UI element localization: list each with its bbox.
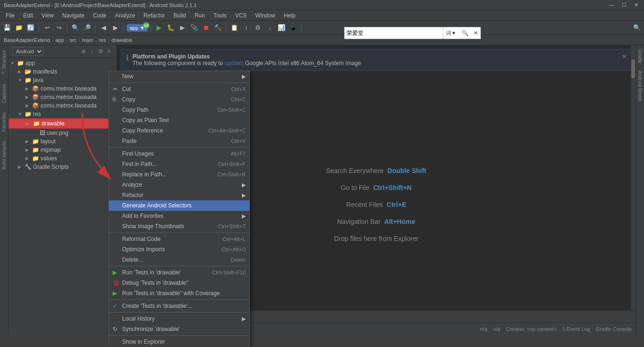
breadcrumb-main[interactable]: main [82,37,93,43]
ctx-find-usages[interactable]: Find Usages Alt+F7 [109,149,249,159]
ctx-find-in-path[interactable]: Find in Path... Ctrl+Shift+F [109,159,249,169]
toolbar-coverage[interactable]: ▶ [177,23,188,33]
android-view-select[interactable]: Android Project [12,47,43,56]
android-model-strip-label[interactable]: Android Model [637,67,643,105]
toolbar-sync[interactable]: 🔄 [25,23,36,33]
menu-build[interactable]: Build [170,11,190,20]
sidebar-settings-btn[interactable]: ⚙ [97,48,104,55]
tree-item-pkg3[interactable]: ▶ 📦 comu.metrox.baseada [8,101,116,110]
toolbar-open[interactable]: 📁 [14,23,24,33]
close-button[interactable]: ✕ [632,2,640,8]
tree-item-drawable[interactable]: ▶ 📁 drawable [8,118,116,129]
ctx-generate-selectors[interactable]: Generate Android Selectors [109,200,249,211]
ctx-synchronize[interactable]: ↻ Synchronize 'drawable' [109,324,249,334]
toolbar-nav-fwd[interactable]: ▶ [110,23,121,33]
minimize-button[interactable]: — [607,2,616,8]
maximize-button[interactable]: ☐ [620,2,628,8]
toolbar-search-global[interactable]: 🔍 [632,23,642,33]
tree-item-manifests[interactable]: ▶ 📂 manifests [8,67,116,76]
search-icon-1[interactable]: 🔍 [459,27,471,39]
ctx-run-coverage[interactable]: ▶ Run 'Tests in 'drawable'' with Coverag… [109,288,249,298]
notification-close-btn[interactable]: ✕ [622,53,627,60]
ctx-show-thumbnails[interactable]: Show Image Thumbnails Ctrl+Shift+T [109,221,249,231]
tree-item-gradle[interactable]: ▶ 🔧 Gradle Scripts [8,163,116,171]
ctx-analyze[interactable]: Analyze ▶ [109,180,249,190]
toolbar-extra-3[interactable]: ⚙ [253,23,263,33]
menu-refactor[interactable]: Refactor [140,11,169,20]
menu-navigate[interactable]: Navigate [58,11,88,20]
ctx-cut[interactable]: ✂ Cut Ctrl+X [109,84,249,94]
ctx-copy-path[interactable]: Copy Path Ctrl+Shift+C [109,105,249,115]
ctx-new[interactable]: New ▶ [109,71,249,82]
breadcrumb-src[interactable]: src [70,37,77,43]
tree-item-app[interactable]: ▼ 📁 app [8,59,116,67]
favorites-strip[interactable]: Favorites [1,107,7,136]
search-input-top[interactable] [345,30,443,36]
ctx-refactor[interactable]: Refactor ▶ [109,190,249,200]
sidebar-sync-btn[interactable]: ⊕ [80,48,87,55]
ctx-copy-plain[interactable]: Copy as Plain Text [109,115,249,125]
menu-tools[interactable]: Tools [210,11,231,20]
menu-view[interactable]: View [38,11,58,20]
status-gradle-console[interactable]: Gradle Console [596,326,632,332]
captures-strip[interactable]: Captures [1,79,7,108]
tree-item-userpng[interactable]: ▶ 🖼 user.png [8,129,116,137]
gradle-strip-label[interactable]: Gradle [637,45,643,67]
menu-help[interactable]: Help [280,11,299,20]
ctx-run-tests[interactable]: ▶ Run 'Tests in 'drawable' Ctrl+Shift+F1… [109,267,249,278]
breadcrumb-root[interactable]: BaseAdapterExtend [4,37,50,43]
menu-edit[interactable]: Edit [19,11,37,20]
tree-item-pkg1[interactable]: ▶ 📦 comu.metrox.baseada [8,84,116,93]
breadcrumb-app[interactable]: app [56,37,64,43]
tree-item-mipmap[interactable]: ▶ 📁 mipmap [8,146,116,154]
tree-item-pkg2[interactable]: ▶ 📦 comu.metrox.baseada [8,93,116,101]
toolbar-extra-2[interactable]: ↕ [241,23,251,33]
run-config-btn[interactable]: app ▼ 69 [127,24,148,32]
toolbar-extra-4[interactable]: ↓ [264,23,275,33]
menu-analyze[interactable]: Analyze [111,11,139,20]
toolbar-extra-1[interactable]: 📋 [229,23,239,33]
ctx-debug-tests[interactable]: 🐞 Debug 'Tests in 'drawable'' [109,278,249,288]
toolbar-attach[interactable]: 📎 [189,23,199,33]
toolbar-redo[interactable]: ↪ [54,23,64,33]
ctx-copy[interactable]: ⎘ Copy Ctrl+C [109,94,249,105]
ctx-delete[interactable]: Delete... Delete [109,255,249,265]
toolbar-extra-6[interactable]: 📱 [288,23,298,33]
toolbar-search-2[interactable]: 🔎 [82,23,92,33]
build-variants-strip[interactable]: Build Variants [1,136,7,174]
notification-link[interactable]: update [224,60,242,66]
menu-window[interactable]: Window [251,11,279,20]
ctx-show-explorer[interactable]: Show in Explorer [109,337,249,347]
menu-vcs[interactable]: VCS [231,11,251,20]
status-event-log[interactable]: 1 Event Log [562,326,590,332]
ctx-paste[interactable]: Paste Ctrl+V [109,136,249,146]
ctx-copy-ref[interactable]: Copy Reference Ctrl+Alt+Shift+C [109,125,249,136]
ctx-local-history[interactable]: Local History ▶ [109,314,249,324]
toolbar-nav-back[interactable]: ◀ [99,23,109,33]
tree-item-layout[interactable]: ▶ 📁 layout [8,137,116,146]
ctx-add-favorites[interactable]: Add to Favorites ▶ [109,211,249,221]
ctx-optimize-imports[interactable]: Optimize Imports Ctrl+Alt+O [109,244,249,255]
toolbar-run[interactable]: ▶ [154,23,164,33]
content-scrollbar[interactable] [631,45,636,335]
toolbar-rebuild[interactable]: 🔨 [213,23,223,33]
toolbar-undo[interactable]: ↩ [42,23,52,33]
search-close-btn[interactable]: ✕ [471,27,480,39]
toolbar-save[interactable]: 💾 [2,23,12,33]
sidebar-gear-btn[interactable]: ≡ [105,48,113,55]
tree-item-res[interactable]: ▼ 📁 res [8,110,116,118]
menu-code[interactable]: Code [89,11,110,20]
toolbar-stop[interactable]: ⏹ [201,23,211,33]
breadcrumb-drawable[interactable]: drawable [111,37,132,43]
sidebar-collapse-btn[interactable]: ↓ [88,48,96,55]
menu-file[interactable]: File [2,11,18,20]
ctx-reformat[interactable]: Reformat Code Ctrl+Alt+L [109,234,249,244]
toolbar-search-1[interactable]: 🔍 [70,23,81,33]
toolbar-debug[interactable]: 🐛 [165,23,176,33]
search-dropdown-btn[interactable]: 词▼ [443,27,459,39]
ctx-replace-in-path[interactable]: Replace in Path... Ctrl+Shift+R [109,169,249,180]
toolbar-extra-5[interactable]: 📊 [276,23,287,33]
ctx-create-tests[interactable]: ✓ Create 'Tests in 'drawable'... [109,301,249,311]
tree-item-values[interactable]: ▶ 📁 values [8,154,116,163]
breadcrumb-res[interactable]: res [99,37,106,43]
